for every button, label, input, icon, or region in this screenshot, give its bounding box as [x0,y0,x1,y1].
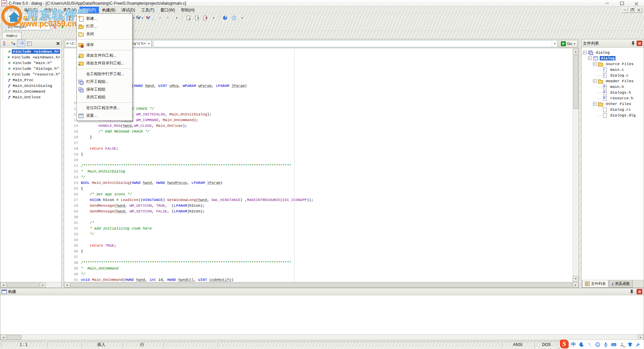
scroll-down-icon[interactable]: ▼ [573,276,579,282]
symbol-details-button[interactable] [25,40,33,47]
symbol-item[interactable]: ƒMain_OnClose [1,94,61,100]
help-more-button[interactable]: ▼ [238,14,246,22]
code-text-area[interactable]: 1#include <windows.h>2#include <windowsx… [64,49,573,282]
menubar-item-t[interactable]: 工具(T) [138,7,157,13]
navigate-more-button[interactable]: ▼ [172,14,181,22]
menu-item-close-project[interactable]: 关闭 [77,30,132,38]
menubar-item-e[interactable]: 编辑(E) [21,7,41,13]
menu-item-[interactable]: 在工程组中打开工程... [77,70,132,78]
symbol-item[interactable]: ##include "resource.h" [1,71,61,77]
pin-icon[interactable] [629,289,634,294]
file-tree-item[interactable]: resource.h [583,95,644,101]
new-file-button[interactable] [5,14,13,22]
emoji-icon[interactable] [595,341,601,348]
chevron-down-icon[interactable]: ▼ [45,23,50,30]
tab-file-list[interactable]: 文件列表 [582,280,608,288]
menubar-item-b[interactable]: 构建(B) [99,7,118,13]
scroll-thumb[interactable] [7,283,40,287]
close-button[interactable] [629,0,644,7]
menu-item-save-workspace[interactable]: 保存工程组 [77,86,132,93]
chinese-mode-icon[interactable]: 中 [571,341,577,348]
menubar-item-v[interactable]: 查看(V) [60,7,79,13]
microphone-icon[interactable] [603,341,609,348]
build-panel-hscrollbar[interactable]: ◄ ► [0,334,644,340]
menu-item-[interactable]: 定位到工程文件夹... [77,104,132,112]
collapse-icon[interactable] [593,79,597,83]
editor-vscrollbar[interactable]: ▲ ▼ [573,48,579,282]
per-user-mode-icon[interactable]: 10 [619,341,625,348]
sort-alphabetic-button[interactable] [1,40,9,47]
half-moon-icon[interactable] [579,341,585,348]
paste-button[interactable] [67,14,75,22]
build-config-combo[interactable]: [D] mingw5 ▼ [6,23,50,30]
collapse-icon[interactable] [593,62,597,66]
symbol-panel-close-button[interactable] [55,40,61,46]
file-tree-item[interactable]: Header Files [583,78,644,84]
symbol-item[interactable]: ##include "dialogs.h" [1,66,61,71]
collapse-icon[interactable] [583,51,587,54]
file-tree-item[interactable]: Source Files [583,61,644,67]
toolbar-grip[interactable] [1,23,3,30]
scroll-left-icon[interactable]: ◄ [0,282,6,288]
scroll-right-icon[interactable]: ► [638,335,644,340]
file-tree-item[interactable]: dialog [583,55,644,61]
symbol-item[interactable]: ƒMain_OnCommand [1,89,61,94]
scroll-thumb[interactable] [7,335,21,340]
remove-file-button[interactable] [201,14,209,22]
mdi-restore-button[interactable] [629,7,635,13]
symbol-item[interactable]: ƒMain_OnInitDialog [1,83,61,89]
menubar-item-f[interactable]: 文件(F) [2,7,21,13]
menu-item-add-files-to-project[interactable]: 添加文件到工程... [77,52,132,59]
menu-item-save-project[interactable]: 保存 [77,41,132,49]
open-file-button[interactable]: ▼ [13,14,21,22]
project-more-button[interactable]: ▼ [209,14,218,22]
menubar-item-s[interactable]: 搜索(S) [41,7,60,13]
file-tree-item[interactable]: main.h [583,84,644,90]
right-splitter[interactable] [579,39,581,288]
help-button[interactable] [221,14,229,22]
symbol-item[interactable]: ##include "main.h" [1,60,61,66]
menubar-item-w[interactable]: 窗口(W) [157,7,178,13]
file-tree-item[interactable]: dialogs.dlg [583,112,644,118]
punctuation-icon[interactable]: °, [587,341,593,348]
search-combo[interactable]: ▼ [153,40,557,47]
symbol-item[interactable]: ##include <windowsx.h> [1,54,61,60]
menu-item-new-project[interactable]: 新建... [77,15,132,22]
add-file-to-project-button[interactable] [184,14,193,22]
scroll-left-icon[interactable]: ◄ [64,282,70,288]
find-replace-button[interactable]: ▼ [136,14,144,22]
build-panel-close-button[interactable] [637,289,642,294]
menubar-item-d[interactable]: 调试(D) [118,7,138,13]
symbol-panel-hscrollbar[interactable]: ◄ ► [0,282,61,288]
mdi-close-button[interactable] [636,7,642,13]
sort-file-order-button[interactable] [17,40,25,47]
keyboard-icon[interactable] [611,341,617,348]
menubar-item-h[interactable]: 帮助(H) [178,7,198,13]
mdi-minimize-button[interactable] [622,7,628,13]
file-tree-item[interactable]: dialog.rc [583,107,644,112]
cancel-search-button[interactable] [144,14,152,22]
scroll-left-icon[interactable]: ◄ [0,335,6,340]
build-output-area[interactable] [0,295,644,334]
toolbox-icon[interactable] [635,341,641,348]
pin-icon[interactable] [630,41,636,46]
skin-icon[interactable] [627,341,633,348]
run-button[interactable] [59,22,67,31]
save-all-button[interactable] [30,14,38,22]
menu-item-open-workspace[interactable]: 打开工程组... [77,78,132,86]
export-file-button[interactable] [193,14,201,22]
save-file-button[interactable] [21,14,30,22]
file-panel-close-button[interactable] [637,41,642,46]
menu-item-add-folder-to-project[interactable]: 添加文件目录到工程... [77,59,132,67]
collapse-icon[interactable] [593,102,597,106]
copy-button[interactable] [58,14,67,22]
scroll-right-icon[interactable]: ► [573,282,579,288]
menu-item-project-settings[interactable]: 设置... [77,112,132,119]
tab-classes-functions[interactable]: ƒ类及函数 [609,280,633,288]
maximize-button[interactable] [614,0,629,7]
file-tree-item[interactable]: dialog.c [583,72,644,78]
switch-debug-release-button[interactable] [50,22,59,31]
navigate-forward-button[interactable] [164,14,172,22]
menu-item-open-project[interactable]: 打开... [77,22,132,30]
file-tree-item[interactable]: dialog [583,50,644,55]
